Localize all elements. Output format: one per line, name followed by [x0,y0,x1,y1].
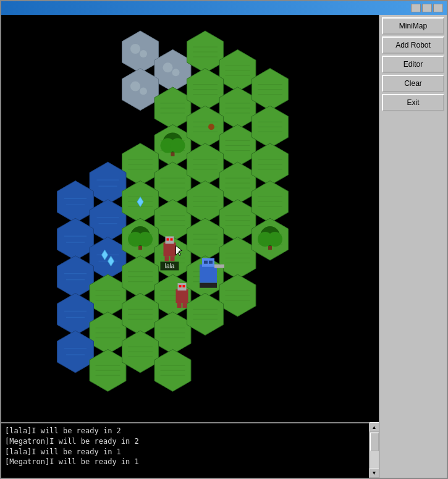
editor-button[interactable]: Editor [382,56,444,73]
game-map-canvas[interactable] [1,15,379,422]
log-line: [lala]I will be ready in 2 [5,426,365,436]
main-area: [lala]I will be ready in 2[Megatron]I wi… [1,15,447,478]
scroll-up-arrow[interactable]: ▲ [370,422,379,432]
title-bar [1,1,447,15]
title-controls [411,4,443,12]
sidebar: MiniMapAdd RobotEditorClearExit [379,15,447,478]
game-area: [lala]I will be ready in 2[Megatron]I wi… [1,15,379,478]
app-window: [lala]I will be ready in 2[Megatron]I wi… [0,0,448,479]
exit-button[interactable]: Exit [382,94,444,111]
log-line: [Megatron]I will be ready in 2 [5,436,365,447]
scrollbar-thumb[interactable] [370,433,379,451]
scrollbar-track[interactable] [370,432,379,468]
close-button[interactable] [433,4,443,12]
log-scrollbar[interactable]: ▲ ▼ [369,422,379,478]
map-canvas[interactable] [1,15,379,422]
log-line: [Megatron]I will be ready in 1 [5,457,365,467]
add-robot-button[interactable]: Add Robot [382,36,444,54]
maximize-button[interactable] [422,4,432,12]
log-section: [lala]I will be ready in 2[Megatron]I wi… [1,422,379,478]
minimap-button[interactable]: MiniMap [382,17,444,35]
scroll-down-arrow[interactable]: ▼ [370,468,379,478]
clear-button[interactable]: Clear [382,75,444,92]
log-area: [lala]I will be ready in 2[Megatron]I wi… [1,422,369,478]
minimize-button[interactable] [411,4,421,12]
log-line: [lala]I will be ready in 1 [5,447,365,457]
